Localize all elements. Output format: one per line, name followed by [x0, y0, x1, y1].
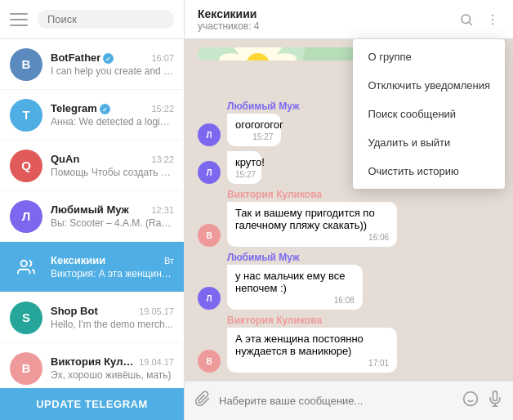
- chat-time: 19.04.17: [139, 357, 174, 367]
- message-text: Так и вашему пригодится по галечному пля…: [235, 207, 389, 231]
- chat-preview: Помощь Чтобы создать опл...: [51, 167, 174, 178]
- message-group: Виктория КуликоваТак и вашему пригодится…: [227, 189, 454, 247]
- avatar: В: [198, 224, 221, 247]
- chat-preview: Виктория: А эта женщина п...: [51, 268, 174, 279]
- chat-header: Кексикиии участников: 4: [185, 0, 513, 39]
- context-menu-item-3[interactable]: Удалить и выйти: [353, 128, 505, 157]
- svg-point-34: [464, 392, 478, 406]
- avatar: В: [198, 350, 221, 373]
- chat-list: BBotFather16:07I can help you create and…: [0, 39, 184, 388]
- message-text: у нас мальчик ему все непочем :): [235, 270, 355, 294]
- avatar: Л: [10, 200, 42, 233]
- chat-info: Виктория Кулико...19.04.17Эх, хорошо жив…: [51, 355, 174, 381]
- message-sender: Виктория Куликова: [227, 315, 454, 326]
- avatar: Л: [198, 123, 221, 146]
- update-telegram-banner[interactable]: UPDATE TELEGRAM: [0, 388, 184, 420]
- message-bubble: круто!15:27: [227, 151, 261, 184]
- context-menu-item-1[interactable]: Отключить уведомления: [353, 71, 505, 100]
- message-input[interactable]: [219, 395, 454, 407]
- message-time: 17:01: [235, 359, 389, 368]
- svg-line-2: [469, 22, 471, 25]
- chat-name: BotFather: [51, 51, 114, 64]
- message-sender: Любимый Муж: [227, 252, 408, 263]
- chat-time: 19.05.17: [139, 306, 174, 316]
- message-time: 16:06: [235, 233, 389, 242]
- svg-point-4: [492, 18, 493, 20]
- message-group: Любимый Мужогогогогог15:27: [227, 101, 299, 146]
- search-wrap: [38, 10, 174, 29]
- hamburger-icon[interactable]: [10, 13, 28, 26]
- avatar: В: [10, 352, 42, 385]
- chat-preview: Вы: Scooter – 4.A.M. (Radio V...: [51, 217, 174, 229]
- message-bubble: Так и вашему пригодится по галечному пля…: [227, 202, 397, 247]
- context-menu-item-0[interactable]: О группе: [353, 42, 505, 71]
- chat-name: QuAn: [51, 153, 79, 165]
- verified-icon: [100, 104, 110, 114]
- message-sender: Виктория Куликова: [227, 189, 454, 200]
- chat-item-quan[interactable]: QQuAn13:22Помощь Чтобы создать опл...: [0, 141, 184, 191]
- chat-header-info: Кексикиии участников: 4: [198, 7, 459, 32]
- svg-point-5: [492, 23, 493, 25]
- chat-header-icons: [459, 12, 500, 27]
- chat-preview: Анна: We detected a login in...: [51, 116, 174, 127]
- chat-info: Любимый Муж12:31Вы: Scooter – 4.A.M. (Ra…: [51, 203, 174, 229]
- avatar: Л: [198, 287, 221, 310]
- message-bubble: А эта женщина постоянно нуждается в мани…: [227, 328, 397, 373]
- avatar: Q: [10, 150, 42, 182]
- search-icon[interactable]: [459, 12, 474, 27]
- verified-icon: [103, 53, 114, 64]
- emoji-icon[interactable]: [462, 391, 479, 411]
- chat-preview: Hello, I'm the demo merch...: [51, 319, 174, 330]
- chat-header-name: Кексикиии: [198, 7, 459, 20]
- chat-info: КексикиииВтВиктория: А эта женщина п...: [51, 254, 174, 279]
- chat-item-shopbot[interactable]: SShop Bot19.05.17Hello, I'm the demo mer…: [0, 293, 184, 343]
- more-options-icon[interactable]: [485, 12, 500, 27]
- chat-time: 15:22: [151, 104, 174, 114]
- message-bubble: огогогогог15:27: [227, 114, 281, 146]
- chat-name: Любимый Муж: [51, 203, 129, 216]
- chat-time: 12:31: [151, 205, 174, 215]
- message-row: ЛЛюбимый Мужу нас мальчик ему все непоче…: [198, 252, 500, 310]
- chat-header-subtitle: участников: 4: [198, 20, 459, 32]
- svg-point-0: [21, 260, 27, 266]
- message-time: 15:27: [235, 170, 253, 179]
- avatar: S: [10, 302, 42, 334]
- message-sender: Любимый Муж: [227, 101, 299, 112]
- chat-item-husband[interactable]: ЛЛюбимый Муж12:31Вы: Scooter – 4.A.M. (R…: [0, 191, 184, 242]
- mic-icon[interactable]: [487, 391, 503, 411]
- chat-time: 13:22: [151, 154, 174, 164]
- message-time: 16:08: [235, 296, 355, 305]
- context-menu: О группеОтключить уведомленияПоиск сообщ…: [353, 39, 505, 189]
- message-text: круто!: [235, 156, 253, 168]
- sidebar: BBotFather16:07I can help you create and…: [0, 0, 185, 420]
- chat-name: Виктория Кулико...: [51, 355, 139, 368]
- avatar: Л: [198, 161, 221, 184]
- chat-item-botfather[interactable]: BBotFather16:07I can help you create and…: [0, 39, 184, 90]
- chat-preview: Эх, хорошо живёшь, мать): [51, 369, 174, 381]
- input-area: [185, 381, 513, 420]
- chat-item-telegram[interactable]: TTelegram15:22Анна: We detected a login …: [0, 90, 184, 141]
- search-input[interactable]: [47, 13, 164, 25]
- sidebar-header: [0, 0, 184, 39]
- chat-item-keksikiiii[interactable]: КексикиииВтВиктория: А эта женщина п...: [0, 242, 184, 293]
- avatar: T: [10, 99, 42, 132]
- chat-item-viktoriya[interactable]: ВВиктория Кулико...19.04.17Эх, хорошо жи…: [0, 343, 184, 388]
- context-menu-item-4[interactable]: Очистить историю: [353, 157, 505, 185]
- chat-time: Вт: [164, 256, 174, 266]
- chat-preview: I can help you create and ma...: [51, 65, 174, 77]
- chat-name: Кексикиии: [51, 254, 105, 266]
- avatar: [10, 251, 42, 284]
- chat-panel: Кексикиии участников: 4 О группеОтключит…: [185, 0, 513, 420]
- message-bubble: у нас мальчик ему все непочем :)16:08: [227, 265, 363, 310]
- context-menu-item-2[interactable]: Поиск сообщений: [353, 100, 505, 128]
- chat-info: Telegram15:22Анна: We detected a login i…: [51, 102, 174, 127]
- attach-icon[interactable]: [194, 391, 211, 411]
- message-text: А эта женщина постоянно нуждается в мани…: [235, 333, 389, 357]
- chat-info: BotFather16:07I can help you create and …: [51, 51, 174, 77]
- message-time: 15:27: [235, 132, 273, 141]
- message-row: ВВиктория КуликоваА эта женщина постоянн…: [198, 315, 500, 373]
- svg-point-3: [492, 14, 493, 16]
- message-text: огогогогог: [235, 118, 273, 131]
- chat-info: QuAn13:22Помощь Чтобы создать опл...: [51, 153, 174, 178]
- svg-point-1: [462, 15, 471, 24]
